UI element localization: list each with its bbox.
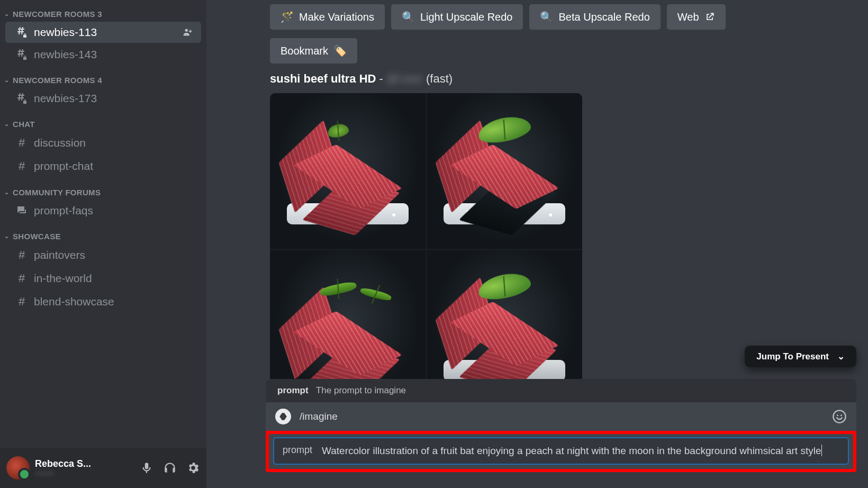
user-panel: Rebecca S... #0000 [0, 448, 206, 488]
chevron-down-icon: ⌄ [4, 77, 11, 84]
category-label: COMMUNITY FORUMS [13, 188, 101, 197]
emoji-picker-button[interactable] [832, 409, 847, 424]
channel-label: newbies-113 [34, 26, 97, 39]
category-community-forums[interactable]: ⌄ COMMUNITY FORUMS [0, 178, 206, 199]
mention-user: @User [386, 72, 423, 85]
main-content: 🪄 Make Variations 🔍 Light Upscale Redo 🔍… [206, 0, 868, 488]
external-link-icon [704, 12, 715, 22]
mic-icon[interactable] [140, 461, 153, 475]
message-prompt-text: sushi beef ultra HD - @User (fast) [270, 72, 852, 86]
channel-label: blend-showcase [34, 295, 114, 308]
gear-icon[interactable] [186, 461, 200, 475]
svg-point-1 [837, 415, 838, 417]
prompt-bold: sushi beef ultra HD [270, 72, 376, 85]
prompt-input-value[interactable]: Watercolor illustration of a fruit bat e… [322, 444, 839, 458]
bookmark-button[interactable]: Bookmark 🏷️ [270, 38, 357, 64]
category-newcomer-3[interactable]: ⌄ NEWCOMER ROOMS 3 [0, 0, 206, 21]
button-label: Bookmark [281, 45, 328, 57]
generated-image-grid[interactable] [270, 93, 582, 379]
channel-in-the-world[interactable]: # in-the-world [5, 267, 201, 290]
chevron-down-icon: ⌄ [4, 121, 11, 128]
channel-sidebar: ⌄ NEWCOMER ROOMS 3 newbies-113 newbies-1… [0, 0, 206, 488]
hint-label: prompt [277, 385, 309, 395]
prompt-input-field[interactable]: prompt Watercolor illustration of a frui… [273, 437, 849, 465]
channel-blend-showcase[interactable]: # blend-showcase [5, 291, 201, 313]
jump-to-present-button[interactable]: Jump To Present ⌄ [745, 346, 856, 367]
chevron-down-icon: ⌄ [837, 351, 845, 362]
image-tile-3[interactable] [270, 250, 426, 379]
chevron-down-icon: ⌄ [4, 11, 11, 17]
chevron-down-icon: ⌄ [4, 189, 11, 196]
highlighted-input-area: prompt Watercolor illustration of a frui… [266, 431, 856, 472]
button-label: Light Upscale Redo [420, 11, 513, 23]
light-upscale-button[interactable]: 🔍 Light Upscale Redo [391, 4, 523, 30]
hint-description: The prompt to imagine [316, 385, 406, 395]
image-tile-4[interactable] [427, 250, 583, 379]
search-icon: 🔍 [540, 11, 553, 23]
channel-label: paintovers [34, 249, 85, 261]
image-tile-1[interactable] [270, 93, 426, 249]
category-label: NEWCOMER ROOMS 3 [13, 10, 102, 19]
channel-paintovers[interactable]: # paintovers [5, 244, 201, 266]
hash-lock-icon [15, 26, 29, 39]
search-icon: 🔍 [402, 11, 415, 23]
channel-label: newbies-143 [34, 48, 97, 61]
message-compose-area: prompt The prompt to imagine /imagine pr… [254, 379, 868, 488]
svg-point-0 [833, 411, 845, 423]
command-row: /imagine [266, 402, 856, 431]
beta-upscale-button[interactable]: 🔍 Beta Upscale Redo [529, 4, 660, 30]
wand-icon: 🪄 [281, 11, 294, 23]
user-tag: #0000 [35, 469, 134, 477]
autocomplete-hint[interactable]: prompt The prompt to imagine [266, 379, 856, 402]
headphones-icon[interactable] [163, 461, 177, 475]
channel-discussion[interactable]: # discussion [5, 132, 201, 154]
channel-prompt-faqs[interactable]: prompt-faqs [5, 200, 201, 221]
channel-newbies-173[interactable]: newbies-173 [5, 88, 201, 109]
forum-icon [15, 204, 29, 217]
add-user-icon[interactable] [182, 26, 194, 38]
hash-icon: # [15, 159, 29, 173]
bot-avatar [275, 409, 291, 424]
command-text: /imagine [300, 411, 338, 422]
chevron-down-icon: ⌄ [4, 233, 11, 240]
channel-label: prompt-faqs [34, 204, 93, 217]
channel-newbies-143[interactable]: newbies-143 [5, 44, 201, 65]
avatar[interactable] [6, 456, 30, 480]
channel-prompt-chat[interactable]: # prompt-chat [5, 155, 201, 177]
action-buttons-row-2: Bookmark 🏷️ [270, 38, 852, 64]
category-label: NEWCOMER ROOMS 4 [13, 76, 102, 85]
category-label: CHAT [13, 120, 35, 129]
action-buttons-row-1: 🪄 Make Variations 🔍 Light Upscale Redo 🔍… [270, 4, 852, 30]
channel-label: in-the-world [34, 272, 92, 285]
web-button[interactable]: Web [667, 4, 726, 30]
channel-label: newbies-173 [34, 92, 97, 105]
channel-label: discussion [34, 137, 86, 149]
jump-label: Jump To Present [756, 351, 829, 362]
prompt-field-label: prompt [283, 444, 312, 456]
user-name: Rebecca S... [35, 458, 134, 469]
message-area[interactable]: 🪄 Make Variations 🔍 Light Upscale Redo 🔍… [254, 0, 868, 379]
hash-icon: # [15, 136, 29, 150]
button-label: Make Variations [299, 11, 374, 23]
channel-label: prompt-chat [34, 160, 93, 173]
category-newcomer-4[interactable]: ⌄ NEWCOMER ROOMS 4 [0, 66, 206, 87]
hash-icon: # [15, 295, 29, 309]
button-label: Beta Upscale Redo [558, 11, 649, 23]
hash-lock-icon [15, 48, 29, 61]
hash-icon: # [15, 248, 29, 262]
button-label: Web [677, 11, 699, 23]
svg-point-2 [840, 415, 842, 417]
category-label: SHOWCASE [13, 232, 61, 241]
hash-icon: # [15, 272, 29, 285]
channel-newbies-113[interactable]: newbies-113 [5, 22, 201, 43]
category-chat[interactable]: ⌄ CHAT [0, 110, 206, 131]
tag-icon: 🏷️ [333, 44, 347, 57]
image-tile-2[interactable] [427, 93, 583, 249]
text-cursor [821, 445, 822, 456]
user-info[interactable]: Rebecca S... #0000 [35, 458, 134, 477]
category-showcase[interactable]: ⌄ SHOWCASE [0, 222, 206, 243]
hash-lock-icon [15, 92, 29, 105]
channel-list[interactable]: ⌄ NEWCOMER ROOMS 3 newbies-113 newbies-1… [0, 0, 206, 448]
make-variations-button[interactable]: 🪄 Make Variations [270, 4, 385, 30]
